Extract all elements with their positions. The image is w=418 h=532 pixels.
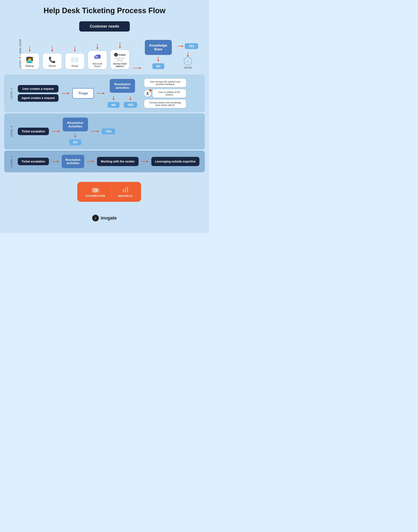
svg-line-9: [95, 190, 97, 191]
arrow-kb-no: [157, 57, 159, 62]
walkup-label: Walkup: [25, 65, 34, 68]
invgate-footer: i invgate: [4, 211, 205, 225]
user-notified-box: User is notified of the solution: [152, 89, 186, 98]
level0-section: LEVEL 0 – END-USER 🧑‍💻: [4, 34, 205, 73]
reports-icon: [122, 186, 128, 193]
user-accepts-box: User accepts the solution and provides f…: [144, 79, 186, 87]
walkup-box: 🧑‍💻 Walkup: [20, 54, 39, 69]
no-l2-box: NO: [70, 139, 81, 145]
arrow-to-walkup: [29, 46, 31, 52]
svg-rect-10: [123, 189, 124, 192]
resolution-l2-box: ResolutionActivities: [63, 118, 88, 131]
kb-col: KnowledgeBase NO: [145, 40, 172, 69]
resolution-l1-col: Resolutionactivities NO: [108, 79, 137, 108]
yes-l1-box: YES: [124, 102, 137, 108]
yes-row: YES: [178, 43, 198, 49]
request-boxes: User creates a request Agent creates a r…: [18, 85, 58, 102]
channel-teams: T MicrosoftTeams: [88, 44, 107, 69]
leveraging-box: Leveraging outside expertise: [151, 157, 199, 166]
level1-section: LEVEL 1 User creates a request Agent cre…: [4, 75, 205, 112]
arrow-to-triage: [61, 92, 70, 94]
channel-walkup: 🧑‍💻 Walkup: [20, 46, 39, 69]
solved-label: Solved: [184, 66, 192, 69]
diagram-container: Customer needs LEVEL 0 – END-USER: [4, 21, 205, 225]
arrow-to-teams: [96, 44, 98, 49]
svg-rect-12: [127, 187, 128, 192]
svg-text:i: i: [116, 54, 116, 56]
level3-inner: LEVEL 3 Ticket escalation ResolutionActi…: [4, 151, 205, 172]
arrow-res-l2-yes: [91, 130, 99, 132]
teams-label: MicrosoftTeams: [93, 62, 102, 68]
arrow-to-yes-l1: [129, 96, 131, 100]
invgate-logo-text: invgate: [101, 215, 117, 221]
invgate-logo-icon: i: [92, 215, 99, 221]
notify-badge: [149, 89, 152, 92]
ticket-escalation-l2: Ticket escalation: [18, 128, 49, 135]
kb-box: KnowledgeBase: [145, 40, 172, 55]
arrow-res-l2-no: [74, 133, 76, 138]
bottom-content: DASHBOARD REPORTS: [18, 178, 201, 206]
page-wrapper: Help Desk Ticketing Process Flow Custome…: [0, 0, 209, 233]
resolution-l3-box: ResolutionActivities: [62, 155, 84, 168]
yes-l2-box: YES: [102, 128, 115, 134]
arrow-res-to-vendor: [87, 160, 94, 162]
arrow-kb-yes: [178, 45, 184, 47]
arrow-vendor-to-leverage: [141, 160, 148, 162]
arrow-to-servicedesk: [119, 42, 121, 48]
ticket-escalation-l3: Ticket escalation: [18, 158, 49, 165]
arrow-to-phone: [51, 46, 53, 52]
service-desk-subtitle: SERVICE DESK: [113, 57, 127, 62]
yes-col-l1: YES: [124, 96, 137, 108]
user-notify-row: User is notified of the solution: [144, 89, 186, 98]
solved-check-icon: ✓: [184, 57, 192, 65]
no-l1-box: NO: [108, 102, 119, 108]
solved-col: ✓ Solved: [178, 52, 198, 69]
arrow-to-email: [74, 46, 76, 52]
channel-email: ✉️ Email: [65, 46, 84, 69]
level2-inner: LEVEL 2 Ticket escalation ResolutionActi…: [4, 113, 205, 149]
bottom-section: DASHBOARD REPORTS: [4, 174, 205, 210]
solved-box: ✓ Solved: [184, 57, 192, 69]
teams-box: T MicrosoftTeams: [88, 51, 107, 69]
teams-icon: T: [94, 54, 101, 61]
level0-label: LEVEL 0 – END-USER: [19, 39, 22, 68]
customer-needs-box: Customer needs: [79, 21, 129, 32]
svg-text:T: T: [95, 56, 97, 59]
no-col-l1: NO: [108, 96, 119, 108]
level3-section: LEVEL 3 Ticket escalation ResolutionActi…: [4, 151, 205, 172]
dashboard-label: DASHBOARD: [86, 194, 105, 197]
user-notify-icon: [144, 90, 151, 97]
user-creates-request: User creates a request: [18, 85, 58, 92]
dashboard-col: DASHBOARD: [86, 186, 105, 197]
phone-label: Phone: [48, 65, 56, 68]
page-title: Help Desk Ticketing Process Flow: [4, 6, 205, 15]
level2-section: LEVEL 2 Ticket escalation ResolutionActi…: [4, 113, 205, 149]
arrow-esc-to-res-l2: [52, 130, 60, 132]
arrow-to-no-l1: [112, 96, 115, 100]
right-info: User accepts the solution and provides f…: [144, 79, 186, 108]
channel-servicedesk: i invgate SERVICE DESK Service Deskplatf…: [111, 42, 129, 69]
email-label: Email: [72, 65, 78, 68]
level0-content: 🧑‍💻 Walkup 📞 Pho: [18, 38, 201, 69]
arrow-triage-to-res: [97, 92, 105, 94]
resolution-l2-col: ResolutionActivities NO: [63, 118, 88, 145]
svg-rect-11: [125, 188, 126, 192]
reports-col: REPORTS: [118, 186, 133, 198]
walkup-icon: 🧑‍💻: [26, 57, 33, 63]
level3-label: LEVEL 3: [11, 156, 13, 167]
triage-box: Triage: [72, 88, 94, 99]
phone-box: 📞 Phone: [43, 54, 62, 69]
channel-phone: 📞 Phone: [43, 46, 62, 69]
bottom-inner: DASHBOARD REPORTS: [4, 174, 205, 210]
level0-inner: LEVEL 0 – END-USER 🧑‍💻: [4, 34, 205, 73]
svg-point-5: [147, 92, 148, 94]
reports-label: REPORTS: [118, 194, 133, 198]
agent-creates-request: Agent creates a request: [18, 94, 58, 102]
resolution-l1-box: Resolutionactivities: [110, 79, 135, 93]
top-section: Customer needs: [4, 21, 205, 32]
invgate-service-desk-logo: i invgate: [114, 53, 126, 57]
no-yes-row: NO YES: [108, 96, 137, 108]
level1-inner: LEVEL 1 User creates a request Agent cre…: [4, 75, 205, 112]
yes-col: YES ✓ Solved: [178, 43, 198, 69]
arrow-to-kb: [133, 67, 141, 69]
